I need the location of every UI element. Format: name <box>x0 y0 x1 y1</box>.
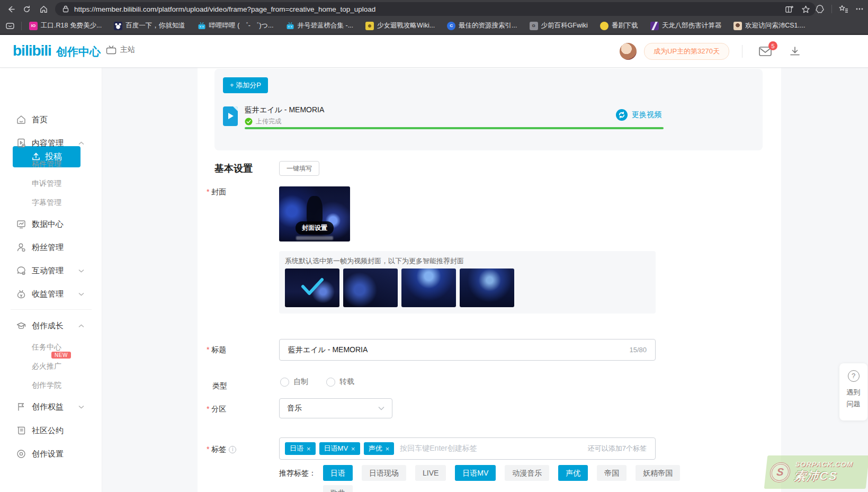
favorite-star-icon[interactable] <box>801 5 810 14</box>
suggested-chip[interactable]: 动漫音乐 <box>505 465 549 481</box>
back-button[interactable] <box>4 3 17 15</box>
url-text: https://member.bilibili.com/platform/upl… <box>74 5 375 13</box>
document-play-icon <box>16 138 26 148</box>
sidebar-item-data-center[interactable]: 数据中心 <box>0 216 102 232</box>
suggested-chip[interactable]: LIVE <box>415 465 446 481</box>
tag-remove-icon[interactable]: × <box>386 445 390 453</box>
sidebar-toggle-button[interactable] <box>5 21 15 31</box>
address-bar[interactable]: https://member.bilibili.com/platform/upl… <box>55 2 816 16</box>
bilibili-logo[interactable]: bilibili 创作中心 <box>13 42 101 59</box>
upload-status: 上传完成 <box>245 117 281 126</box>
cover-thumbnail[interactable] <box>343 269 398 307</box>
radio-self-made[interactable]: 自制 <box>280 377 308 387</box>
sidebar-item-subtitles[interactable]: 字幕管理 <box>0 194 102 211</box>
title-input[interactable] <box>288 346 623 354</box>
settings-target-icon <box>16 449 26 459</box>
avatar[interactable] <box>620 43 637 60</box>
home-button[interactable] <box>37 3 50 15</box>
bookmark-label: 百度一下，你就知道 <box>126 21 185 30</box>
suggested-chip[interactable]: 妖精帝国 <box>636 465 680 481</box>
main-site-link[interactable]: 主站 <box>106 45 135 55</box>
gfwiki-favicon: G <box>530 22 538 30</box>
sidebar-item-appeals[interactable]: 申诉管理 <box>0 175 102 192</box>
favorites-list-icon[interactable] <box>839 4 848 14</box>
category-select[interactable]: 音乐 <box>279 398 392 418</box>
sidebar-item-creator-growth[interactable]: 创作成长 <box>0 317 102 334</box>
settings-more-icon[interactable] <box>855 5 864 13</box>
bookmark-label: 天龙八部伤害计算器 <box>662 21 722 30</box>
baidu-paw-favicon <box>114 22 122 30</box>
bookmark-item[interactable]: 哔哩哔哩 ( ゜- ゜)つ... <box>198 21 274 30</box>
sidebar-item-home[interactable]: 首页 <box>0 111 102 128</box>
download-button[interactable] <box>789 46 801 57</box>
bookmark-item[interactable]: G 少前百科GFwiki <box>530 21 588 30</box>
sidebar-item-creator-rights[interactable]: 创作权益 <box>0 398 102 415</box>
bookmark-item[interactable]: 百度一下，你就知道 <box>114 21 185 30</box>
add-part-button[interactable]: + 添加分P <box>223 77 268 93</box>
cover-thumbnail[interactable] <box>401 269 456 307</box>
suggested-chip[interactable]: 日语现场 <box>362 465 406 481</box>
suggested-chip[interactable]: 日语 <box>323 465 353 481</box>
flag-icon <box>16 401 26 412</box>
help-widget[interactable]: ? 遇到 问题 <box>839 363 867 421</box>
tag-remove-icon[interactable]: × <box>307 445 311 453</box>
anime-download-favicon <box>600 22 609 30</box>
cover-thumbnail[interactable] <box>518 269 572 307</box>
sidebar-item-community-rules[interactable]: 社区公约 <box>0 422 102 439</box>
bookmark-item[interactable]: 天龙八部伤害计算器 <box>650 21 722 30</box>
bilibili-wordmark: bilibili <box>13 42 51 59</box>
video-file-icon <box>223 106 238 126</box>
cover-settings-overlay[interactable]: 封面设置 <box>296 221 334 235</box>
refresh-button[interactable] <box>20 3 33 15</box>
sidebar-item-label: 粉丝管理 <box>32 243 64 253</box>
bookmarks-divider <box>21 22 22 30</box>
sidebar-item-interaction-manage[interactable]: 互动管理 <box>0 262 102 279</box>
tag-japanese-mv: 日语MV× <box>319 442 360 455</box>
bookmark-item[interactable]: 少女迴戰攻略Wiki... <box>365 21 435 30</box>
question-mark-icon: ? <box>848 370 860 382</box>
sidebar-item-label: 稿件管理 <box>32 159 61 169</box>
suggested-chip[interactable]: 日语MV <box>455 465 496 481</box>
bookmark-item[interactable]: IO 工口.R18 免费美少... <box>29 21 102 30</box>
messages-button[interactable]: 5 <box>758 46 772 57</box>
sidebar-item-promotion[interactable]: 必火推广 <box>0 358 102 375</box>
sidebar-item-creator-settings[interactable]: 创作设置 <box>0 445 102 462</box>
creator-center-title: 创作中心 <box>56 44 101 59</box>
suggested-chip[interactable]: 声优 <box>558 465 588 481</box>
sidebar-item-label: 创作设置 <box>32 449 64 459</box>
bookmark-label: 工口.R18 免费美少... <box>41 21 102 30</box>
watermark-logo: S <box>769 462 791 482</box>
radio-repost[interactable]: 转载 <box>326 377 354 387</box>
video-file-title: 藍井エイル - MEMORIA <box>245 105 324 115</box>
bookmark-item[interactable]: 欢迎访问索沛CS1.... <box>733 21 805 30</box>
replace-video-button[interactable]: 更换视频 <box>616 109 661 121</box>
cover-preview[interactable]: 封面设置 <box>279 186 350 241</box>
sidebar-item-creator-academy[interactable]: 创作学院 <box>0 377 102 394</box>
help-text-line2: 问题 <box>847 399 861 409</box>
up-days-badge[interactable]: 成为UP主的第3270天 <box>644 43 729 60</box>
bookmark-item[interactable]: C 最佳的资源搜索引... <box>447 21 517 30</box>
replace-video-label: 更换视频 <box>632 110 661 120</box>
cover-thumbnail[interactable] <box>460 269 514 307</box>
tags-input-box[interactable]: 日语× 日语MV× 声优× 按回车键Enter创建标签 还可以添加7个标签 <box>279 437 656 460</box>
title-input-wrapper: 15/80 <box>279 339 656 361</box>
home-icon <box>39 5 48 14</box>
sidebar-item-manuscripts[interactable]: 稿件管理 <box>0 156 102 173</box>
suggested-chip[interactable]: 帝国 <box>597 465 627 481</box>
one-click-fill-button[interactable]: 一键填写 <box>279 161 319 176</box>
recommended-covers-box: 系统默认选中第一帧为视频封面，以下为更多智能推荐封面 <box>279 251 656 314</box>
scroll-icon <box>16 425 26 436</box>
split-screen-icon[interactable] <box>785 5 794 14</box>
browser-essentials-icon[interactable] <box>815 4 825 14</box>
suggested-chip-partial[interactable]: 歌曲 <box>323 485 353 492</box>
bookmark-item[interactable]: 井号碧蓝榜合集 -... <box>286 21 354 30</box>
search-engine-favicon: C <box>447 22 455 30</box>
sidebar-item-content-manage[interactable]: 内容管理 <box>0 135 102 151</box>
bookmark-item[interactable]: 番剧下载 <box>600 21 638 30</box>
sidebar-item-fans-manage[interactable]: 粉丝管理 <box>0 239 102 256</box>
sidebar-item-revenue-manage[interactable]: 收益管理 <box>0 285 102 302</box>
upload-file-card: + 添加分P 藍井エイル - MEMORIA 上传完成 更换视频 <box>214 69 763 150</box>
lock-icon <box>62 5 69 13</box>
tag-remove-icon[interactable]: × <box>351 445 355 453</box>
cover-thumbnail-selected[interactable] <box>285 269 339 307</box>
